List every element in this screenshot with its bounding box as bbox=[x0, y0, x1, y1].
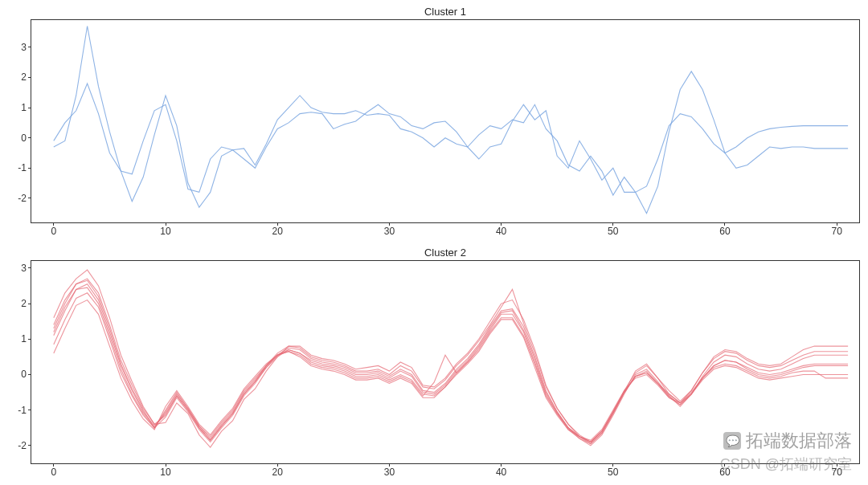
watermark-1: 💬 拓端数据部落 bbox=[723, 429, 852, 453]
line-series bbox=[54, 26, 848, 214]
line-series bbox=[54, 270, 848, 447]
line-series bbox=[54, 300, 848, 441]
watermark-1-text: 拓端数据部落 bbox=[746, 429, 852, 453]
cluster-figure: Cluster 1 -2-10123010203040506070 Cluste… bbox=[0, 0, 868, 485]
plot-title-1: Cluster 1 bbox=[31, 6, 859, 18]
plot-title-2: Cluster 2 bbox=[31, 247, 859, 259]
line-series bbox=[54, 84, 848, 195]
plot-cluster-1: Cluster 1 -2-10123010203040506070 bbox=[31, 19, 860, 223]
line-series bbox=[54, 284, 848, 442]
wechat-icon: 💬 bbox=[723, 432, 741, 450]
line-series bbox=[54, 279, 848, 442]
plot-svg-1 bbox=[31, 20, 859, 222]
line-series bbox=[54, 280, 848, 446]
watermark-2: CSDN @拓端研究室 bbox=[720, 454, 852, 474]
line-series bbox=[54, 287, 848, 444]
line-series bbox=[54, 293, 848, 442]
